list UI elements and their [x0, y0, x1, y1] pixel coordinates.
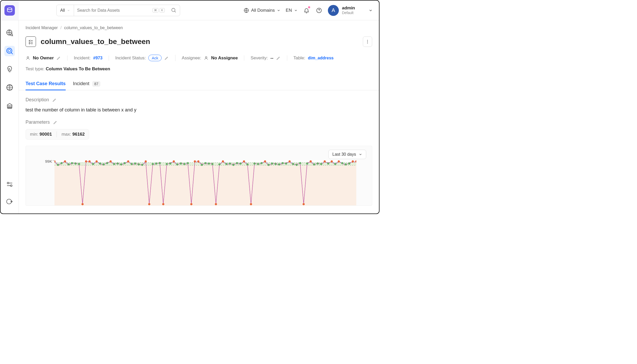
nav-quality-icon[interactable] [4, 46, 15, 56]
svg-point-96 [313, 163, 315, 165]
user-icon [26, 56, 30, 60]
svg-point-100 [327, 162, 329, 165]
domains-dropdown[interactable]: All Domains [243, 8, 281, 13]
table-link[interactable]: dim_address [308, 56, 334, 60]
svg-point-91 [296, 164, 298, 166]
search-filter-label: All [60, 8, 65, 13]
nav-insights-icon[interactable] [4, 64, 15, 74]
user-menu[interactable]: A admin Default [328, 5, 373, 16]
svg-point-87 [281, 162, 284, 164]
svg-point-72 [229, 162, 231, 165]
svg-point-102 [334, 163, 336, 165]
parameters-box: min: 90001 max: 96162 [26, 129, 89, 140]
svg-point-23 [57, 164, 59, 166]
nav-explore-icon[interactable] [4, 28, 15, 38]
search-input[interactable] [77, 8, 150, 13]
help-button[interactable] [315, 7, 323, 14]
table-label: Table: [293, 55, 305, 61]
svg-point-104 [341, 162, 343, 164]
svg-point-98 [320, 163, 322, 165]
svg-point-80 [257, 163, 259, 165]
svg-point-66 [208, 162, 210, 165]
page-title: column_values_to_be_between [41, 37, 150, 46]
chart [54, 160, 356, 205]
nav-logout-icon[interactable] [4, 196, 15, 207]
search-filter-dropdown[interactable]: All [57, 5, 74, 16]
nav-settings-icon[interactable] [4, 179, 15, 190]
nav-governance-icon[interactable] [4, 101, 15, 111]
svg-point-94 [306, 162, 308, 165]
svg-point-92 [299, 162, 301, 164]
svg-point-58 [180, 162, 182, 165]
svg-point-60 [187, 162, 189, 164]
svg-point-47 [141, 164, 143, 166]
svg-point-38 [109, 160, 112, 162]
more-actions-button[interactable] [363, 36, 372, 47]
search-button[interactable] [168, 8, 180, 13]
left-sidebar [1, 1, 19, 214]
incident-label: Incident: [74, 55, 90, 61]
svg-point-41 [120, 163, 122, 165]
edit-description-button[interactable] [52, 98, 57, 102]
svg-point-83 [267, 164, 270, 166]
nav-domains-icon[interactable] [4, 82, 15, 93]
svg-point-25 [64, 160, 66, 162]
svg-point-32 [88, 160, 90, 162]
svg-point-89 [289, 160, 291, 162]
edit-severity-button[interactable] [276, 56, 281, 60]
status-label: Incident Status: [115, 55, 146, 61]
svg-point-49 [148, 203, 150, 205]
svg-point-17 [205, 57, 207, 58]
svg-point-77 [246, 163, 248, 165]
language-dropdown[interactable]: EN [286, 8, 298, 13]
svg-point-68 [215, 203, 217, 205]
svg-point-27 [71, 162, 73, 164]
svg-point-63 [197, 160, 199, 162]
incident-link[interactable]: #973 [93, 56, 103, 60]
svg-point-101 [331, 160, 333, 162]
svg-point-76 [243, 160, 245, 162]
tab-incident[interactable]: Incident 87 [73, 79, 101, 90]
tab-test-case-results[interactable]: Test Case Results [26, 79, 66, 90]
notifications-button[interactable] [303, 7, 310, 14]
svg-point-9 [172, 8, 175, 11]
assignee-value: No Assignee [211, 55, 238, 61]
svg-point-82 [264, 160, 266, 162]
chevron-down-icon [369, 8, 373, 12]
svg-point-86 [278, 163, 280, 165]
tabs: Test Case Results Incident 87 [19, 79, 379, 90]
svg-point-55 [169, 162, 171, 165]
help-icon [316, 7, 322, 14]
svg-point-51 [155, 162, 157, 165]
search-kbd-hint: ⌘K [152, 8, 164, 12]
svg-point-15 [367, 43, 368, 43]
edit-owner-button[interactable] [56, 56, 61, 60]
chevron-down-icon [359, 153, 362, 156]
svg-point-79 [253, 162, 255, 165]
svg-point-52 [159, 162, 161, 164]
logo[interactable] [1, 1, 19, 20]
svg-point-7 [10, 185, 12, 186]
edit-status-button[interactable] [164, 56, 169, 60]
svg-point-64 [201, 164, 203, 166]
svg-rect-18 [54, 163, 356, 205]
avatar: A [328, 5, 339, 16]
chart-y-tick: 99K [45, 159, 52, 164]
svg-point-34 [95, 160, 97, 162]
description-heading: Description [26, 97, 49, 103]
user-icon [204, 56, 209, 60]
svg-point-4 [8, 49, 10, 52]
svg-point-28 [75, 162, 77, 165]
edit-parameters-button[interactable] [53, 120, 58, 125]
svg-point-50 [152, 163, 154, 165]
svg-point-93 [303, 203, 305, 205]
svg-point-54 [166, 163, 168, 165]
chevron-down-icon [67, 9, 70, 12]
svg-point-37 [106, 162, 108, 164]
globe-icon [243, 8, 249, 13]
svg-point-40 [117, 162, 119, 165]
time-range-dropdown[interactable]: Last 30 days [328, 150, 366, 159]
breadcrumb-root[interactable]: Incident Manager [26, 26, 58, 30]
breadcrumb-current: column_values_to_be_between [64, 26, 123, 30]
svg-point-44 [131, 163, 133, 165]
